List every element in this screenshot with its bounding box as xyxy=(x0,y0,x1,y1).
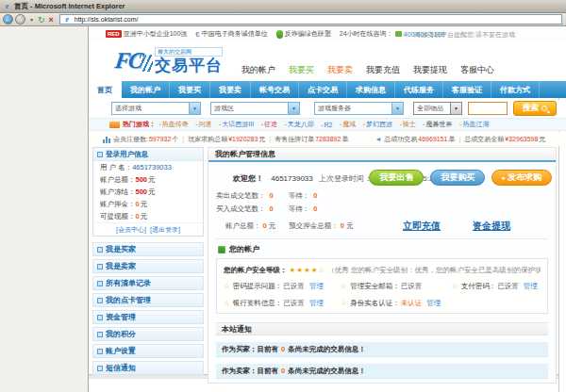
hot-game-link[interactable]: ▪热血传奇 xyxy=(159,120,189,129)
recharge-now-link[interactable]: 立即充值 xyxy=(403,220,441,233)
history-dropdown-icon[interactable]: ▼ xyxy=(29,17,34,23)
sidebar-menu: 我是买家 我是卖家 所有清单记录 我的点卡管理 资金管理 我的积分 账户设置 短… xyxy=(92,242,204,375)
login-user-box: 登录用户信息 用 户 名：4651739033 账户总额：500元 账户冻结：5… xyxy=(92,147,204,237)
sidebar-item-all-records[interactable]: 所有清单记录 xyxy=(92,276,204,290)
manage-link[interactable]: 管理 xyxy=(309,299,324,307)
bullet-icon: ▪ xyxy=(285,122,287,127)
server-select[interactable]: 游戏服务器 ▼ xyxy=(314,102,404,115)
bought-count-row: 买入成交笔数：0 等待：0 xyxy=(216,204,548,214)
logout-link[interactable]: [退出登录] xyxy=(150,225,180,235)
hot-game-link[interactable]: ▪骑士 xyxy=(400,120,416,129)
tab-payment-methods[interactable]: 付款方式 xyxy=(491,81,540,98)
search-button[interactable]: 搜索 xyxy=(513,101,557,116)
withdrawable-field: 可提现额：0元 xyxy=(93,210,203,222)
tab-account-trade[interactable]: 帐号交易 xyxy=(251,81,299,98)
hot-game-link[interactable]: ▪征途 xyxy=(261,120,277,129)
main-panel: 我的帐户管理信息 我要出售 我要购买 ▸ 发布求购 欢迎您！ 465173903… xyxy=(208,147,557,384)
bullet-icon: ▪ xyxy=(322,122,324,128)
sell-button[interactable]: 我要出售 xyxy=(369,170,424,186)
link-withdraw[interactable]: 我要提现 xyxy=(413,64,447,76)
account-total-field: 账户总额：500元 xyxy=(93,173,203,186)
cert-ecommerce: € 中国电子商务诚信单位 xyxy=(195,29,267,39)
game-select[interactable]: 选择游戏 ▼ xyxy=(111,102,201,115)
link-i-want-buy[interactable]: 我要买 xyxy=(289,64,314,76)
hot-game-link[interactable]: ▪天龙八部 xyxy=(285,120,314,129)
account-security-box: 您的帐户安全等级： ★★★★☆ （优秀 您的帐户安全级别：优秀，您的帐户安全已是… xyxy=(216,258,548,314)
username-text: 4651739033 xyxy=(271,174,313,183)
bullet-icon: ▪ xyxy=(363,122,365,127)
logo-mark: FC xyxy=(113,48,143,74)
bullet-icon: ▪ xyxy=(340,122,341,127)
forward-button[interactable]: → xyxy=(15,14,25,24)
tab-powerleveling[interactable]: 代练服务 xyxy=(395,81,443,98)
box-icon xyxy=(97,152,103,157)
cert-asia-top100: RED 亚洲中小型企业100强 xyxy=(106,29,187,39)
browser-toolbar: ← → ▼ ↻ × e http://sls.oktarist.com/ xyxy=(0,13,566,26)
site-notice-header: 本站通知 xyxy=(216,322,548,335)
withdraw-funds-link[interactable]: 资金提现 xyxy=(473,220,510,233)
back-button[interactable]: ← xyxy=(3,14,13,24)
star-icon: ☆ xyxy=(341,299,347,307)
keyword-input[interactable] xyxy=(468,102,508,115)
stop-button[interactable]: × xyxy=(49,15,54,24)
stat-wanted-total: 玩家求购总额¥1920283元 xyxy=(188,135,265,144)
tab-my-account[interactable]: 我的帐户 xyxy=(122,81,170,98)
account-frozen-field: 账户冻结：500元 xyxy=(93,186,203,198)
manage-link[interactable]: 管理 xyxy=(426,299,441,307)
hot-game-link[interactable]: ▪R2 xyxy=(322,122,333,128)
bullet-icon: ▪ xyxy=(400,122,402,127)
member-center-link[interactable]: [会员中心] xyxy=(116,225,146,235)
sidebar-item-card-manage[interactable]: 我的点卡管理 xyxy=(92,293,204,307)
sidebar-item-seller[interactable]: 我是卖家 xyxy=(92,259,204,273)
tab-wanted-info[interactable]: 求购信息 xyxy=(347,81,395,98)
stat-listings: 寄售挂牌订单7283892单 xyxy=(275,135,348,144)
your-account-header: 您的帐户 xyxy=(216,238,548,258)
browser-window: e 首页 - Microsoft Internet Explorer ← → ▼… xyxy=(0,0,566,392)
hot-game-link[interactable]: ▪魔兽世界 xyxy=(424,120,453,129)
hot-game-link[interactable]: ▪梦幻西游 xyxy=(363,120,392,129)
buy-button[interactable]: 我要购买 xyxy=(430,170,485,186)
post-wanted-button[interactable]: ▸ 发布求购 xyxy=(491,170,552,186)
hot-game-link[interactable]: ▪问道 xyxy=(196,120,212,129)
sidebar-item-sms[interactable]: 短信通知 xyxy=(92,361,204,375)
sidebar-item-funds[interactable]: 资金管理 xyxy=(92,310,204,324)
security-item-bank-info: ☆ 银行资料信息：已设置 管理 xyxy=(224,299,341,308)
sidebar-item-buyer[interactable]: 我是买家 xyxy=(92,242,204,256)
seller-notice-row: 作为卖家：目前有0条尚未完成的交易信息！ xyxy=(216,364,548,379)
tab-card-trade[interactable]: 点卡交易 xyxy=(299,81,347,98)
search-bar: 选择游戏 ▼ 游戏区 ▼ 游戏服务器 ▼ 全部物品 ▼ 搜索 xyxy=(89,100,566,118)
tab-buy[interactable]: 我要买 xyxy=(170,81,210,98)
zone-select[interactable]: 游戏区 ▼ xyxy=(210,102,300,115)
sidebar-item-points[interactable]: 我的积分 xyxy=(92,327,204,341)
euro-cert-icon: € xyxy=(195,30,199,39)
menu-bullet-icon xyxy=(97,247,103,253)
cert-antifraud: 反诈骗绿色联盟 xyxy=(276,29,331,39)
tab-home[interactable]: 首页 xyxy=(89,81,122,98)
phone-icon xyxy=(395,31,402,37)
link-service-center[interactable]: 客服中心 xyxy=(460,64,494,76)
link-i-want-sell[interactable]: 我要卖 xyxy=(327,64,353,76)
address-bar[interactable]: e http://sls.oktarist.com/ xyxy=(59,14,562,24)
category-select[interactable]: 全部物品 ▼ xyxy=(413,102,462,115)
manage-link[interactable]: 管理 xyxy=(309,282,324,290)
refresh-button[interactable]: ↻ xyxy=(38,15,45,24)
sidebar-item-settings[interactable]: 账户设置 xyxy=(92,344,204,358)
tab-service-verify[interactable]: 客服验证 xyxy=(443,81,491,98)
chevron-down-icon: ▼ xyxy=(189,103,200,114)
shield-icon xyxy=(276,30,283,39)
window-titlebar[interactable]: e 首页 - Microsoft Internet Explorer xyxy=(0,0,566,13)
link-my-account[interactable]: 我的帐户 xyxy=(241,64,275,76)
chevron-down-icon: ▼ xyxy=(450,103,461,114)
menu-bullet-icon xyxy=(97,366,103,371)
page-content: RED 亚洲中小型企业100强 € 中国电子商务诚信单位 反诈骗绿色联盟 24小… xyxy=(88,26,566,392)
window-title: 首页 - Microsoft Internet Explorer xyxy=(14,2,125,11)
site-logo[interactable]: FC 最大的交易网 交易平台 xyxy=(115,47,223,74)
tab-sell[interactable]: 我要卖 xyxy=(210,81,251,98)
hot-game-link[interactable]: ▪热血江湖 xyxy=(460,120,490,129)
security-level-line: 您的帐户安全等级： ★★★★☆ （优秀 您的帐户安全级别：优秀，您的帐户安全已是… xyxy=(224,266,541,275)
manage-link[interactable]: 管理 xyxy=(524,282,538,290)
hot-tag-icon xyxy=(109,122,120,128)
hot-game-link[interactable]: ▪大话西游III xyxy=(220,120,255,129)
hot-game-link[interactable]: ▪魔域 xyxy=(340,120,356,129)
link-recharge[interactable]: 我要充值 xyxy=(366,64,400,76)
